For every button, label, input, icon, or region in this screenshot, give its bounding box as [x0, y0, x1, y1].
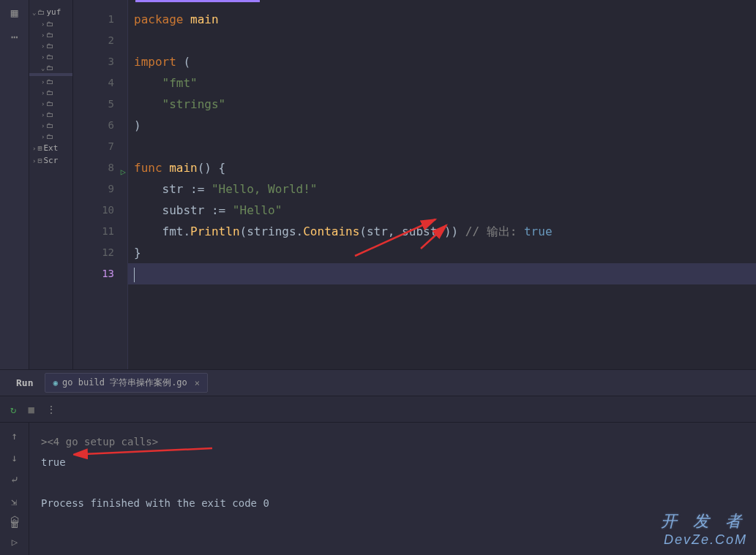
chevron-right-icon: ›: [32, 145, 36, 152]
line-number: 5: [73, 94, 127, 115]
line-number: 1: [73, 9, 127, 30]
chevron-right-icon: ›: [41, 31, 45, 39]
folder-icon: 🗀: [46, 20, 53, 28]
run-tab[interactable]: Run: [7, 377, 42, 388]
chevron-right-icon: ›: [41, 42, 45, 50]
code-editor[interactable]: 1 2 3 4 5 6 7 8▷ 9 10 11 12 13 package m…: [73, 0, 756, 369]
tree-folder-item[interactable]: ⌄🗀: [29, 62, 72, 73]
folder-icon: 🗀: [46, 132, 53, 140]
line-number: 3: [73, 51, 127, 72]
run-config-tab[interactable]: ◉ go build 字符串操作案例.go ×: [45, 373, 208, 393]
line-number: 7: [73, 136, 127, 157]
line-number: 4: [73, 72, 127, 94]
folder-icon: 🗀: [46, 31, 53, 39]
chevron-down-icon: ⌄: [32, 9, 36, 16]
watermark: 开 发 者 DevZe.CoM: [661, 510, 747, 548]
code-content[interactable]: package main import ( "fmt" "strings" ) …: [128, 0, 756, 369]
chevron-right-icon: ›: [41, 100, 45, 107]
folder-icon: 🗀: [46, 110, 53, 118]
library-icon: ⊞: [37, 144, 42, 152]
tree-ext-libs[interactable]: ›⊞Ext: [29, 142, 72, 154]
activity-bar: ▦ ⋯: [0, 0, 29, 369]
run-config-label: go build 字符串操作案例.go: [62, 377, 187, 389]
folder-icon: 🗀: [46, 64, 53, 72]
chevron-right-icon: ›: [41, 111, 45, 118]
chevron-right-icon: ›: [41, 122, 45, 129]
tree-scratches[interactable]: ›⊟Scr: [29, 154, 72, 167]
cursor: [134, 268, 135, 282]
file-explorer: ⌄ 🗀 yuf ›🗀 ›🗀 ›🗀 ›🗀 ⌄🗀 ›🗀 ›🗀 ›🗀 ›🗀 ›🗀 ›🗀…: [29, 0, 73, 369]
bottom-left-icons: ⬡ ▷: [0, 514, 29, 555]
folder-icon: 🗀: [37, 8, 45, 16]
line-number: 2: [73, 30, 127, 51]
folder-icon: 🗀: [46, 78, 53, 86]
close-icon[interactable]: ×: [195, 378, 200, 388]
chevron-down-icon: ⌄: [41, 64, 45, 72]
tree-folder-item[interactable]: ›🗀: [29, 109, 72, 120]
chevron-right-icon: ›: [41, 89, 45, 97]
services-icon[interactable]: ⬡: [10, 514, 19, 526]
soft-wrap-icon[interactable]: ⤶: [10, 474, 19, 486]
tree-folder-item[interactable]: ›🗀: [29, 87, 72, 98]
run-panel: Run ◉ go build 字符串操作案例.go × ↻ ■ ⋮ ↑ ↓ ⤶ …: [0, 369, 756, 555]
chevron-right-icon: ›: [41, 53, 45, 61]
tree-folder-item[interactable]: ›🗀: [29, 51, 72, 62]
stop-icon[interactable]: ■: [28, 404, 34, 415]
scroll-icon[interactable]: ⇲: [11, 496, 17, 507]
console-output[interactable]: ><4 go setup calls> true Process finishe…: [29, 423, 756, 555]
tree-folder-item[interactable]: ›🗀: [29, 131, 72, 142]
gutter: 1 2 3 4 5 6 7 8▷ 9 10 11 12 13: [73, 0, 128, 369]
run-toolbar: ↻ ■ ⋮: [0, 396, 756, 423]
more-icon[interactable]: ⋯: [11, 30, 18, 44]
folder-icon: 🗀: [46, 121, 53, 129]
tree-folder-item[interactable]: ›🗀: [29, 18, 72, 29]
folder-icon: 🗀: [46, 42, 53, 50]
output-true: true: [41, 452, 744, 472]
app-grid-icon[interactable]: ▦: [11, 6, 18, 20]
tree-folder-item[interactable]: ›🗀: [29, 76, 72, 87]
folder-icon: 🗀: [46, 99, 53, 107]
line-number: 9: [73, 178, 127, 200]
run-bottom-icon[interactable]: ▷: [12, 536, 18, 548]
exit-message: Process finished with the exit code 0: [41, 493, 744, 513]
line-number: 12: [73, 242, 127, 263]
line-number-active: 13: [73, 263, 127, 284]
tree-root[interactable]: ⌄ 🗀 yuf: [29, 6, 72, 18]
tree-folder-item[interactable]: ›🗀: [29, 98, 72, 109]
line-number: 11: [73, 221, 127, 242]
go-icon: ◉: [53, 378, 58, 388]
scratch-icon: ⊟: [37, 156, 42, 165]
chevron-right-icon: ›: [41, 20, 45, 28]
tree-folder-item[interactable]: ›🗀: [29, 40, 72, 51]
up-icon[interactable]: ↑: [11, 430, 17, 442]
tree-folder-item[interactable]: ›🗀: [29, 120, 72, 131]
folder-icon: 🗀: [46, 88, 53, 97]
folder-icon: 🗀: [46, 53, 53, 61]
line-number: 8▷: [73, 157, 127, 178]
line-number: 10: [73, 200, 127, 221]
line-number: 6: [73, 115, 127, 136]
chevron-right-icon: ›: [41, 133, 45, 140]
chevron-right-icon: ›: [32, 157, 36, 165]
panel-tabs: Run ◉ go build 字符串操作案例.go ×: [0, 370, 756, 396]
more-icon[interactable]: ⋮: [46, 404, 56, 415]
chevron-right-icon: ›: [41, 78, 45, 86]
tree-folder-item[interactable]: ›🗀: [29, 29, 72, 40]
rerun-icon[interactable]: ↻: [10, 404, 16, 415]
tree-root-label: yuf: [46, 7, 61, 17]
down-icon[interactable]: ↓: [11, 452, 17, 464]
